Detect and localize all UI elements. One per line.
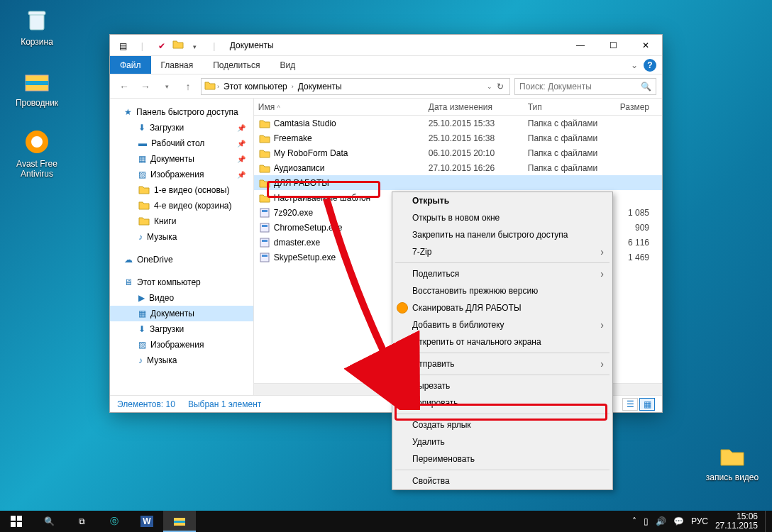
svg-rect-1 <box>28 11 45 15</box>
svg-rect-17 <box>17 522 22 527</box>
refresh-icon[interactable]: ↻ <box>494 82 507 92</box>
system-tray[interactable]: ˄ ▯ 🔊 💬 РУС 15:06 27.11.2015 <box>632 511 772 532</box>
ctx-cut[interactable]: Вырезать <box>392 377 612 394</box>
tree-pictures-pc[interactable]: ▨Изображения <box>110 337 253 353</box>
tray-chevron-icon[interactable]: ˄ <box>632 516 636 526</box>
desktop-avast[interactable]: Avast Free Antivirus <box>10 128 64 179</box>
search-input[interactable] <box>519 82 641 92</box>
view-details-button[interactable]: ☰ <box>622 398 638 411</box>
tree-downloads-pc[interactable]: ⬇Загрузки <box>110 321 253 337</box>
start-button[interactable] <box>0 511 33 532</box>
header-date[interactable]: Дата изменения <box>429 102 528 112</box>
picture-icon: ▨ <box>138 340 146 350</box>
ctx-properties[interactable]: Свойства <box>392 472 612 489</box>
column-headers[interactable]: Имя ^ Дата изменения Тип Размер <box>254 99 662 116</box>
forward-button[interactable]: → <box>137 81 154 92</box>
search-icon[interactable]: 🔍 <box>641 82 651 92</box>
view-icons-button[interactable]: ▦ <box>639 398 655 411</box>
search-button[interactable]: 🔍 <box>33 511 65 532</box>
file-row[interactable]: ДЛЯ РАБОТЫ <box>254 175 662 190</box>
ctx-add-to-library[interactable]: Добавить в библиотеку <box>392 316 612 333</box>
tree-downloads[interactable]: ⬇Загрузки📌 <box>110 120 253 135</box>
tree-video4[interactable]: 4-е видео (корзина) <box>110 198 253 214</box>
ctx-send-to[interactable]: Отправить <box>392 355 612 372</box>
tree-pictures[interactable]: ▨Изображения📌 <box>110 167 253 182</box>
tree-documents[interactable]: ▦Документы📌 <box>110 151 253 167</box>
titlebar[interactable]: ▤ | ✔ ▾ | Документы — ☐ ✕ <box>110 35 662 56</box>
ctx-pin-quick-access[interactable]: Закрепить на панели быстрого доступа <box>392 226 612 243</box>
status-count: Элементов: 10 <box>117 399 175 409</box>
svg-rect-0 <box>30 14 44 30</box>
ctx-unpin-start[interactable]: Открепить от начального экрана <box>392 333 612 350</box>
tab-file[interactable]: Файл <box>110 56 151 74</box>
breadcrumb-docs[interactable]: Документы <box>295 82 345 92</box>
history-dropdown[interactable]: ▾ <box>158 83 175 90</box>
task-view-button[interactable]: ⧉ <box>65 511 98 532</box>
back-button[interactable]: ← <box>116 81 133 92</box>
ctx-delete[interactable]: Удалить <box>392 433 612 450</box>
tray-language[interactable]: РУС <box>691 516 708 526</box>
ctx-rename[interactable]: Переименовать <box>392 450 612 467</box>
taskbar[interactable]: 🔍 ⧉ ⓔ W ˄ ▯ 🔊 💬 РУС 15:06 27.11.2015 <box>0 511 772 532</box>
tree-videos[interactable]: ▶Видео <box>110 290 253 306</box>
qat-dropdown-icon[interactable]: ▾ <box>187 40 202 54</box>
ribbon-expand-icon[interactable]: ⌄ <box>631 60 638 70</box>
tray-clock[interactable]: 15:06 27.11.2015 <box>715 512 758 531</box>
tree-desktop[interactable]: ▬Рабочий стол📌 <box>110 135 253 151</box>
taskbar-edge[interactable]: ⓔ <box>98 511 131 532</box>
video-icon: ▶ <box>138 293 145 303</box>
tree-onedrive[interactable]: ☁OneDrive <box>110 252 253 267</box>
tree-books[interactable]: Книги <box>110 214 253 229</box>
taskbar-word[interactable]: W <box>131 511 163 532</box>
header-type[interactable]: Тип <box>528 102 620 112</box>
tree-this-pc[interactable]: 🖥Этот компьютер <box>110 275 253 290</box>
help-icon[interactable]: ? <box>644 59 656 72</box>
up-button[interactable]: ↑ <box>180 81 197 92</box>
tree-documents-pc[interactable]: ▦Документы <box>110 306 253 321</box>
tree-music[interactable]: ♪Музыка <box>110 229 253 245</box>
file-type: Папка с файлами <box>528 163 620 173</box>
tree-video1[interactable]: 1-е видео (основы) <box>110 182 253 198</box>
file-row[interactable]: Freemake25.10.2015 16:38Папка с файлами <box>254 131 662 145</box>
nav-tree[interactable]: ★Панель быстрого доступа ⬇Загрузки📌 ▬Раб… <box>110 99 254 395</box>
breadcrumb-pc[interactable]: Этот компьютер <box>221 82 290 92</box>
tree-quick-access[interactable]: ★Панель быстрого доступа <box>110 104 253 120</box>
maximize-button[interactable]: ☐ <box>597 35 629 56</box>
window-title: Документы <box>230 40 274 50</box>
close-button[interactable]: ✕ <box>629 35 662 56</box>
chevron-right-icon[interactable]: › <box>217 83 219 90</box>
address-dropdown[interactable]: ⌄ <box>487 83 492 90</box>
address-bar[interactable]: › Этот компьютер › Документы ⌄ ↻ <box>201 78 510 95</box>
header-size[interactable]: Размер <box>620 102 662 112</box>
ctx-restore-previous[interactable]: Восстановить прежнюю версию <box>392 282 612 299</box>
ctx-7zip[interactable]: 7-Zip <box>392 243 612 260</box>
header-name[interactable]: Имя ^ <box>258 102 429 112</box>
checkmark-icon[interactable]: ✔ <box>155 39 169 53</box>
minimize-button[interactable]: — <box>564 35 597 56</box>
file-row[interactable]: My RoboForm Data06.10.2015 20:10Папка с … <box>254 145 662 160</box>
tray-notifications-icon[interactable]: 💬 <box>673 516 684 526</box>
taskbar-explorer[interactable] <box>163 511 196 532</box>
file-row[interactable]: Camtasia Studio25.10.2015 15:33Папка с ф… <box>254 116 662 131</box>
ctx-create-shortcut[interactable]: Создать ярлык <box>392 416 612 433</box>
ctx-scan-avast[interactable]: Сканировать ДЛЯ РАБОТЫ <box>392 299 612 316</box>
tree-music-pc[interactable]: ♪Музыка <box>110 353 253 368</box>
tab-share[interactable]: Поделиться <box>203 56 270 74</box>
tab-home[interactable]: Главная <box>151 56 204 74</box>
tray-volume-icon[interactable]: 🔊 <box>656 516 666 526</box>
properties-icon[interactable]: ▤ <box>116 39 130 53</box>
download-icon: ⬇ <box>138 324 145 334</box>
ctx-copy[interactable]: Копировать <box>392 394 612 411</box>
ctx-share[interactable]: Поделиться <box>392 265 612 282</box>
ctx-open[interactable]: Открыть <box>392 192 612 209</box>
show-desktop-button[interactable] <box>765 511 769 532</box>
chevron-right-icon[interactable]: › <box>292 83 294 90</box>
tab-view[interactable]: Вид <box>270 56 305 74</box>
search-box[interactable]: 🔍 <box>514 78 656 95</box>
ctx-open-new-window[interactable]: Открыть в новом окне <box>392 209 612 226</box>
tray-network-icon[interactable]: ▯ <box>644 516 649 526</box>
desktop-recycle-bin[interactable]: Корзина <box>10 6 64 47</box>
file-row[interactable]: Аудиозаписи27.10.2015 16:26Папка с файла… <box>254 160 662 175</box>
desktop-folder-record[interactable]: запись видео <box>705 441 759 482</box>
desktop-explorer[interactable]: Проводник <box>10 67 64 108</box>
